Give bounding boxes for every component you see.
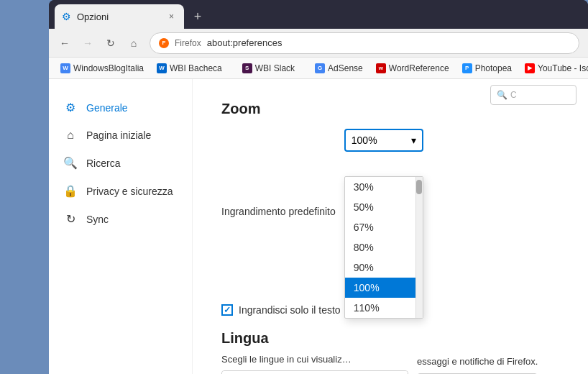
bookmarks-bar: W WindowsBlogItalia W WBI Bacheca S WBI … (49, 58, 588, 79)
lang-left: Scegli le lingue in cui visualiz … Itali… (221, 354, 408, 374)
zoom-dropdown-wrapper: 100% ▾ 30% 50% 67% 80% 90% 100% 110% (344, 129, 423, 294)
address-url: about:preferences (207, 37, 282, 48)
sidebar-item-pagina-iniziale[interactable]: ⌂ Pagina iniziale (49, 122, 192, 149)
sidebar-item-privacy[interactable]: 🔒 Privacy e sicurezza (49, 177, 192, 205)
lang-row: Scegli le lingue in cui visualiz … Itali… (221, 354, 559, 374)
bookmark-favicon-slack: S (242, 63, 252, 73)
sync-icon: ↻ (63, 212, 78, 226)
browser-window: ⚙ Opzioni × + ← → ↻ ⌂ F Firefox about:pr… (49, 0, 588, 374)
back-button[interactable]: ← (55, 33, 75, 53)
browser-name-label: Firefox (175, 38, 201, 48)
zoom-dropdown-list: 30% 50% 67% 80% 90% 100% 110% (344, 176, 423, 319)
language-title: Lingua (221, 330, 559, 347)
zoom-option-50[interactable]: 50% (345, 197, 423, 217)
sidebar-label-ricerca: Ricerca (86, 158, 120, 169)
bookmark-wbi[interactable]: W WindowsBlogItalia (55, 61, 150, 76)
lang-desc-row: Scegli le lingue in cui visualiz … (221, 354, 408, 365)
sidebar-label-generale: Generale (86, 102, 128, 114)
zoom-option-67[interactable]: 67% (345, 217, 423, 237)
checkmark-icon: ✓ (224, 305, 231, 315)
bookmark-label-youtube: YouTube - Iscrizioni (538, 63, 588, 73)
sidebar-item-sync[interactable]: ↻ Sync (49, 205, 192, 233)
search-box[interactable]: 🔍 C (490, 85, 576, 105)
lang-desc-suffix: … (342, 354, 352, 365)
zoom-option-80[interactable]: 80% (345, 237, 423, 257)
tab-title: Opzioni (77, 12, 109, 22)
zoom-option-100[interactable]: 100% (345, 278, 423, 298)
zoom-select[interactable]: 100% ▾ (344, 129, 423, 152)
bookmark-favicon-photopea: P (462, 63, 472, 73)
zoom-option-90[interactable]: 90% (345, 257, 423, 278)
bookmark-wbi-b[interactable]: W WBI Bacheca (151, 61, 228, 76)
content-area: ⚙ Generale ⌂ Pagina iniziale 🔍 Ricerca 🔒… (49, 79, 588, 374)
home-icon: ⌂ (63, 129, 78, 142)
bookmark-favicon-wbi: W (60, 63, 70, 73)
main-content: 🔍 C Zoom Ingrandimento predefinito 100% … (193, 79, 588, 374)
checkbox-label: Ingrandisci solo il testo (239, 304, 341, 316)
bookmark-favicon-wbi-b: W (157, 63, 167, 73)
gear-icon: ⚙ (62, 11, 71, 22)
bookmark-favicon-youtube: ▶ (525, 63, 535, 73)
tab-close-button[interactable]: × (166, 10, 177, 23)
bookmark-favicon-wordref: w (376, 63, 386, 73)
bookmark-photopea[interactable]: P Photopea (456, 61, 518, 76)
bookmark-label-wbi: WindowsBlogItalia (73, 63, 144, 73)
bookmark-slack[interactable]: S WBI Slack (236, 61, 300, 76)
bookmark-favicon-adsense: G (315, 63, 325, 73)
zoom-label: Ingrandimento predefinito (221, 206, 336, 217)
active-tab[interactable]: ⚙ Opzioni × (55, 4, 184, 29)
sidebar: ⚙ Generale ⌂ Pagina iniziale 🔍 Ricerca 🔒… (49, 79, 193, 374)
bookmark-adsense[interactable]: G AdSense (309, 61, 369, 76)
language-section: Lingua Scegli le lingue in cui visualiz … (221, 330, 559, 374)
tab-bar: ⚙ Opzioni × + (49, 0, 588, 29)
new-tab-button[interactable]: + (187, 6, 208, 27)
bookmark-label-adsense: AdSense (328, 63, 363, 73)
bookmark-label-photopea: Photopea (475, 63, 512, 73)
address-bar[interactable]: F Firefox about:preferences (150, 32, 579, 54)
lang-right-desc: essaggi e notifiche di Firefox. Imposta … (417, 355, 538, 374)
zoom-section: Zoom Ingrandimento predefinito 100% ▾ 30… (221, 101, 559, 316)
zoom-option-30[interactable]: 30% (345, 177, 423, 197)
lock-icon: 🔒 (63, 184, 78, 198)
bookmark-label-slack: WBI Slack (255, 63, 295, 73)
lang-item-italiano[interactable]: Italiano (222, 371, 408, 374)
dropdown-scrollbar[interactable] (415, 177, 423, 318)
zoom-form-row: Ingrandimento predefinito 100% ▾ 30% 50%… (221, 129, 559, 294)
bookmark-youtube[interactable]: ▶ YouTube - Iscrizioni (519, 61, 588, 76)
bookmark-wordref[interactable]: w WordReference (370, 61, 455, 76)
sidebar-item-generale[interactable]: ⚙ Generale (49, 94, 192, 122)
sidebar-item-ricerca[interactable]: 🔍 Ricerca (49, 149, 192, 177)
zoom-option-110[interactable]: 110% (345, 298, 423, 318)
gear-icon: ⚙ (63, 101, 78, 114)
scrollbar-thumb (416, 180, 422, 194)
sidebar-label-sync: Sync (86, 214, 109, 225)
lang-desc-partial: Scegli le lingue in cui visualiz (221, 354, 342, 365)
search-icon: 🔍 (63, 156, 78, 170)
favicon-label: F (162, 40, 166, 46)
bookmark-label-wbi-b: WBI Bacheca (170, 63, 222, 73)
search-placeholder: C (510, 90, 517, 100)
reload-button[interactable]: ↻ (101, 33, 121, 53)
sidebar-label-pagina-iniziale: Pagina iniziale (86, 129, 151, 141)
lang-box: Italiano (221, 370, 408, 374)
forward-button[interactable]: → (78, 33, 98, 53)
bookmark-label-wordref: WordReference (389, 63, 449, 73)
checkbox-testo[interactable]: ✓ (221, 304, 233, 316)
sidebar-label-privacy: Privacy e sicurezza (86, 186, 173, 197)
zoom-current-value: 100% (352, 134, 377, 146)
lang-notif-desc: essaggi e notifiche di Firefox. (417, 356, 538, 367)
search-icon-small: 🔍 (497, 90, 507, 100)
browser-favicon: F (159, 38, 169, 48)
nav-bar: ← → ↻ ⌂ F Firefox about:preferences (49, 29, 588, 58)
chevron-down-icon: ▾ (411, 134, 416, 146)
home-button[interactable]: ⌂ (124, 33, 144, 53)
